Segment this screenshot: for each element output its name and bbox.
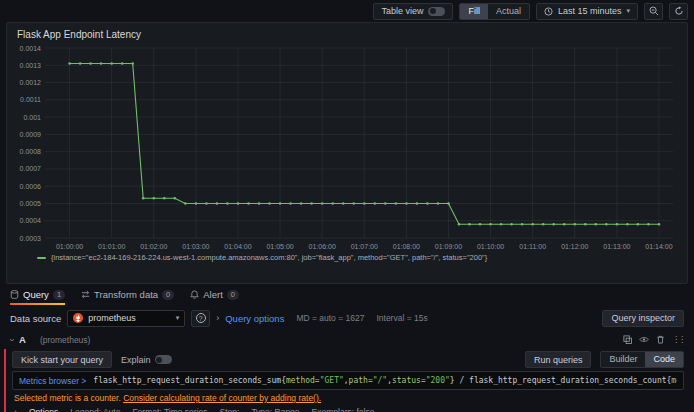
svg-text:01:09:00: 01:09:00 (435, 243, 462, 250)
tab-alert[interactable]: Alert 0 (190, 289, 239, 305)
svg-text:01:02:00: 01:02:00 (140, 243, 167, 250)
refresh-icon (674, 6, 684, 16)
svg-text:0.0013: 0.0013 (20, 62, 42, 69)
eye-icon[interactable] (639, 335, 649, 344)
svg-text:01:07:00: 01:07:00 (351, 243, 378, 250)
query-inspector-button[interactable]: Query inspector (602, 310, 684, 327)
builder-mode-button[interactable]: Builder (601, 352, 645, 367)
clock-icon (544, 7, 553, 16)
explain-toggle-group[interactable]: Explain (121, 355, 172, 365)
chevron-down-icon: ▾ (626, 7, 630, 15)
promql-editor[interactable]: Metrics browser > flask_http_request_dur… (12, 371, 684, 390)
query-options-toggle[interactable]: Query options (225, 313, 284, 324)
actual-button[interactable]: Actual (488, 4, 529, 19)
tab-query-label: Query (23, 289, 49, 300)
latency-chart[interactable]: 0.00030.00040.00050.00060.00070.00080.00… (15, 42, 679, 252)
svg-text:01:13:00: 01:13:00 (603, 243, 630, 250)
svg-text:0.0007: 0.0007 (20, 165, 42, 172)
explain-switch[interactable] (155, 355, 172, 364)
option-summary-item: Step: (220, 407, 240, 412)
svg-text:01:10:00: 01:10:00 (477, 243, 504, 250)
editor-toolbar: Table view Fill Actual Last 15 minutes ▾ (0, 0, 694, 22)
tab-alert-label: Alert (203, 289, 223, 300)
table-view-toggle-group[interactable]: Table view (373, 3, 453, 20)
refresh-button[interactable] (669, 3, 688, 20)
chevron-right-icon: › (216, 313, 219, 323)
database-icon (10, 290, 19, 299)
svg-text:0.0004: 0.0004 (20, 217, 42, 224)
promql-expression[interactable]: flask_http_request_duration_seconds_sum{… (93, 376, 677, 385)
explain-label: Explain (121, 355, 151, 365)
datasource-label: Data source (10, 313, 61, 324)
query-options-summary-row: › Options Legend: AutoFormat: Time serie… (12, 407, 684, 412)
tab-transform-count: 0 (162, 290, 174, 300)
collapse-chevron-icon[interactable]: › (7, 338, 17, 341)
transform-icon (81, 290, 90, 299)
query-ref-id: A (19, 334, 26, 345)
datasource-row: Data source prometheus ▾ ? › Query optio… (0, 307, 694, 329)
tab-query-count: 1 (53, 290, 65, 300)
trash-icon[interactable] (656, 335, 665, 344)
svg-text:01:06:00: 01:06:00 (309, 243, 336, 250)
counter-warning: Selected metric is a counter. Consider c… (12, 393, 684, 403)
bell-icon (190, 290, 199, 299)
warning-text: Selected metric is a counter. (14, 393, 121, 403)
query-row-body: Kick start your query Explain Run querie… (4, 349, 684, 412)
query-editor-area: › A (prometheus) ⋮⋮ Kick start your quer… (0, 329, 694, 412)
code-mode-button[interactable]: Code (645, 352, 683, 367)
svg-text:0.0003: 0.0003 (20, 235, 42, 242)
options-toggle[interactable]: Options (29, 407, 58, 412)
svg-text:01:14:00: 01:14:00 (645, 243, 672, 250)
query-options-md: MD = auto = 1627 (296, 313, 364, 323)
query-options-interval: Interval = 15s (376, 313, 427, 323)
option-summary-item: Type: Range (251, 407, 299, 412)
svg-text:0.0006: 0.0006 (20, 183, 42, 190)
drag-handle[interactable]: ⋮⋮ (672, 335, 684, 344)
chart-legend[interactable]: {instance="ec2-184-169-216-224.us-west-1… (15, 253, 679, 262)
magnifier-minus-icon (649, 6, 659, 16)
svg-text:01:12:00: 01:12:00 (561, 243, 588, 250)
run-queries-button[interactable]: Run queries (525, 351, 592, 368)
option-summary-item: Legend: Auto (70, 407, 120, 412)
datasource-help-button[interactable]: ? (191, 310, 210, 327)
svg-text:0.0008: 0.0008 (20, 148, 42, 155)
query-datasource-hint: (prometheus) (40, 335, 91, 345)
kick-start-query-button[interactable]: Kick start your query (12, 351, 112, 368)
time-range-label: Last 15 minutes (558, 6, 622, 16)
fill-button[interactable]: Fill (460, 4, 488, 19)
query-row-actions: ⋮⋮ (623, 335, 684, 344)
svg-text:0.0012: 0.0012 (20, 79, 42, 86)
legend-series-marker (37, 257, 46, 259)
svg-text:0.001: 0.001 (23, 114, 41, 121)
query-toolbar: Kick start your query Explain Run querie… (12, 351, 684, 368)
svg-text:0.0009: 0.0009 (20, 131, 42, 138)
builder-code-group: Builder Code (600, 351, 684, 368)
fill-actual-group: Fill Actual (459, 3, 530, 20)
zoom-out-button[interactable] (644, 3, 663, 20)
tab-transform-data[interactable]: Transform data 0 (81, 289, 174, 305)
panel-title: Flask App Endpoint Latency (17, 29, 679, 40)
datasource-value: prometheus (88, 313, 170, 323)
table-view-label: Table view (381, 6, 423, 16)
option-summary-item: Exemplars: false (312, 407, 375, 412)
chevron-down-icon: ▾ (176, 314, 180, 322)
svg-text:01:05:00: 01:05:00 (266, 243, 293, 250)
svg-text:01:00:00: 01:00:00 (56, 243, 83, 250)
editor-tabs: Query 1 Transform data 0 Alert 0 (0, 286, 694, 305)
time-range-picker[interactable]: Last 15 minutes ▾ (536, 3, 638, 20)
duplicate-icon[interactable] (623, 335, 632, 344)
metrics-browser-link[interactable]: Metrics browser > (19, 376, 86, 386)
warning-rate-link[interactable]: Consider calculating rate of counter by … (123, 393, 321, 403)
legend-series-label: {instance="ec2-184-169-216-224.us-west-1… (51, 253, 487, 262)
svg-text:0.0005: 0.0005 (20, 200, 42, 207)
tab-query[interactable]: Query 1 (10, 289, 65, 305)
tab-transform-label: Transform data (94, 289, 158, 300)
chevron-right-icon: › (14, 407, 17, 412)
svg-text:01:04:00: 01:04:00 (224, 243, 251, 250)
svg-text:01:11:00: 01:11:00 (519, 243, 546, 250)
table-view-switch[interactable] (428, 7, 445, 16)
svg-text:01:01:00: 01:01:00 (98, 243, 125, 250)
svg-text:0.0011: 0.0011 (20, 96, 41, 103)
query-row-header[interactable]: › A (prometheus) ⋮⋮ (4, 332, 684, 347)
datasource-select[interactable]: prometheus ▾ (67, 310, 185, 327)
